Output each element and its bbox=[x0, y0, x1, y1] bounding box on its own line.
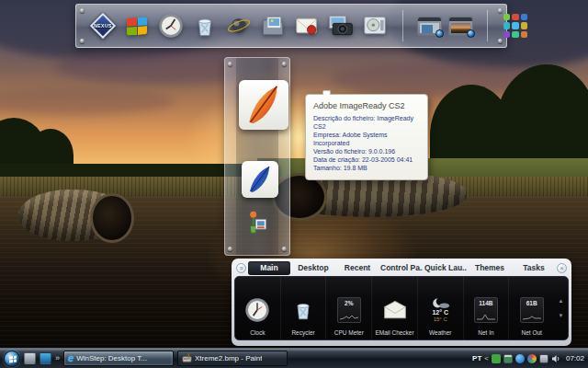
widget-clock[interactable]: Clock bbox=[235, 277, 281, 339]
dock-window-thumbnail-winstep[interactable] bbox=[417, 17, 442, 36]
dock-item-mail[interactable] bbox=[293, 12, 321, 40]
tab-themes[interactable]: Themes bbox=[469, 261, 511, 275]
tooltip-line: Data de criação: 22-03-2005 04:41 bbox=[313, 155, 420, 164]
screw bbox=[228, 247, 232, 251]
volume-icon[interactable] bbox=[551, 354, 560, 363]
dock-separator bbox=[487, 10, 488, 41]
widget-label: Net In bbox=[478, 329, 493, 336]
system-tray: PT < 07:02 bbox=[472, 354, 584, 363]
panel-menu-button[interactable]: ≡ bbox=[236, 263, 246, 273]
dock-item-nexus[interactable]: NEXUS bbox=[89, 12, 117, 40]
start-button[interactable] bbox=[4, 351, 20, 367]
gallery-icon bbox=[245, 210, 269, 236]
net-in-value: 114B bbox=[479, 300, 492, 306]
tooltip-line: Descrição do ficheiro: ImageReady CS2 bbox=[313, 114, 420, 131]
dock-window-thumbnail-paint[interactable] bbox=[448, 17, 473, 36]
windows-icon bbox=[127, 17, 147, 36]
widget-weather[interactable]: 12° C 15° C Weather bbox=[418, 277, 464, 339]
weather-temp-secondary: 15° C bbox=[434, 316, 447, 323]
vertical-dock bbox=[224, 57, 290, 256]
widget-label: CPU Meter bbox=[334, 329, 364, 336]
dock-separator bbox=[402, 10, 403, 41]
dock-item-adobe-photoshop-cs2[interactable] bbox=[242, 161, 278, 198]
panel-close-button[interactable]: × bbox=[557, 263, 567, 273]
tooltip-line: Empresa: Adobe Systems Incorporated bbox=[313, 131, 420, 147]
recycle-bin-icon bbox=[193, 13, 217, 39]
dock-item-pictures-folder[interactable] bbox=[259, 12, 287, 40]
dock-item-network-globe[interactable] bbox=[225, 12, 253, 40]
taskbar-button-winstep[interactable]: e WinStep: Desktop T... bbox=[63, 351, 174, 366]
dock-item-picture-gallery[interactable] bbox=[244, 209, 270, 236]
dock-item-clock[interactable] bbox=[157, 12, 185, 40]
tray-collapse-chevron[interactable]: < bbox=[484, 354, 489, 362]
dock-item-windows[interactable] bbox=[123, 12, 151, 40]
clock-widget-icon bbox=[244, 293, 270, 327]
widget-label: EMail Checker bbox=[375, 329, 413, 336]
widget-email-checker[interactable]: EMail Checker bbox=[372, 277, 418, 339]
quick-launch-overflow-chevron[interactable]: » bbox=[55, 354, 60, 362]
clock-icon bbox=[158, 13, 184, 39]
screw bbox=[80, 39, 85, 43]
taskbar-clock[interactable]: 07:02 bbox=[566, 354, 584, 362]
app-badge-icon bbox=[435, 29, 444, 38]
tab-main[interactable]: Main bbox=[248, 261, 290, 275]
taskbar-button-label: WinStep: Desktop T... bbox=[76, 354, 147, 362]
quick-launch-switch-windows-icon[interactable] bbox=[40, 352, 51, 364]
dock-item-adobe-imageready-cs2[interactable] bbox=[239, 80, 288, 130]
email-widget-icon bbox=[382, 293, 408, 327]
tooltip-title: Adobe ImageReady CS2 bbox=[313, 101, 420, 110]
tab-desktop[interactable]: Desktop bbox=[292, 261, 334, 275]
thumbnail-titlebar bbox=[418, 17, 441, 21]
quick-launch-show-desktop-icon[interactable] bbox=[24, 352, 36, 364]
cpu-meter-widget-icon: 2% bbox=[337, 293, 361, 327]
language-indicator[interactable]: PT bbox=[472, 354, 481, 362]
dock-item-camera[interactable] bbox=[327, 12, 355, 40]
widget-label: Net Out bbox=[521, 329, 541, 336]
widget-panel: ≡ Main Desktop Recent Control Pa... Quic… bbox=[232, 259, 571, 346]
tab-quick-launch[interactable]: Quick Lau... bbox=[424, 261, 467, 275]
widget-net-in[interactable]: 114B Net In bbox=[464, 277, 510, 339]
net-in-widget-icon: 114B bbox=[474, 293, 498, 327]
media-window-icon bbox=[362, 14, 388, 38]
paint-icon bbox=[182, 353, 192, 363]
screw bbox=[282, 62, 287, 66]
net-out-widget-icon: 61B bbox=[520, 293, 544, 327]
dock-item-recycle-bin[interactable] bbox=[191, 12, 219, 40]
tooltip-notch bbox=[322, 90, 331, 95]
screw bbox=[282, 247, 287, 251]
tab-control-panel[interactable]: Control Pa... bbox=[380, 261, 423, 275]
tab-tasks[interactable]: Tasks bbox=[513, 261, 555, 275]
net-out-value: 61B bbox=[526, 300, 537, 306]
scroll-up-icon[interactable]: ▲ bbox=[559, 298, 564, 304]
widget-cpu-meter[interactable]: 2% CPU Meter bbox=[326, 277, 372, 339]
taskbar: » e WinStep: Desktop T... Xtreme2.bmp - … bbox=[0, 348, 588, 368]
tray-icon-monitor[interactable] bbox=[503, 354, 513, 363]
taskbar-button-label: Xtreme2.bmp - Paint bbox=[195, 354, 262, 362]
tray-icon-color[interactable] bbox=[527, 354, 537, 363]
dock-item-media-window[interactable] bbox=[361, 12, 389, 40]
taskbar-button-paint[interactable]: Xtreme2.bmp - Paint bbox=[177, 351, 288, 366]
culvert-pipe-left bbox=[18, 190, 130, 241]
widget-net-out[interactable]: 61B Net Out bbox=[509, 277, 554, 339]
photoshop-feather-icon bbox=[245, 165, 275, 194]
pictures-folder-icon bbox=[260, 13, 286, 39]
dock-tray-icon-cluster[interactable] bbox=[502, 12, 529, 40]
imageready-feather-icon bbox=[243, 84, 285, 126]
tab-recent[interactable]: Recent bbox=[336, 261, 379, 275]
tooltip-line: Versão do ficheiro: 9.0.0.196 bbox=[313, 147, 420, 155]
camera-icon bbox=[327, 13, 355, 39]
screw bbox=[498, 39, 503, 43]
widget-panel-tabbar: ≡ Main Desktop Recent Control Pa... Quic… bbox=[234, 259, 569, 276]
globe-icon bbox=[226, 13, 252, 39]
widget-recycler[interactable]: Recycler bbox=[281, 277, 327, 339]
mail-icon bbox=[294, 14, 320, 38]
tray-icon-messenger[interactable] bbox=[515, 354, 525, 363]
tooltip-imageready: Adobe ImageReady CS2 Descrição do fichei… bbox=[305, 94, 428, 180]
desktop: NEXUS bbox=[0, 0, 588, 368]
tray-icon-network[interactable] bbox=[539, 354, 548, 363]
recycler-widget-icon bbox=[292, 293, 314, 327]
windows-flag-icon bbox=[9, 355, 17, 362]
screw bbox=[80, 8, 85, 13]
scroll-down-icon[interactable]: ▼ bbox=[559, 313, 564, 318]
tray-icon-green[interactable] bbox=[492, 354, 501, 363]
